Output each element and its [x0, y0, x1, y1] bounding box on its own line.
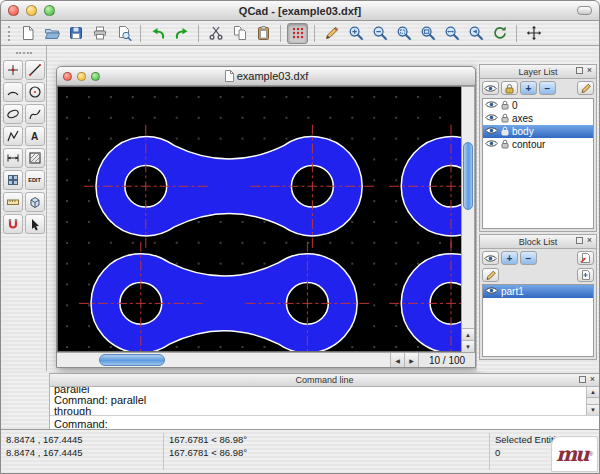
text-tool-button[interactable]: A — [25, 126, 45, 146]
scroll-up-button[interactable]: ▲ — [462, 328, 474, 340]
zoom-window-button[interactable] — [417, 23, 438, 44]
block-tool-button[interactable] — [25, 192, 45, 212]
arc-tool-button[interactable] — [3, 82, 23, 102]
zoom-auto-button[interactable] — [393, 23, 414, 44]
snap-tool-button[interactable] — [3, 214, 23, 234]
window-titlebar[interactable]: QCad - [example03.dxf] — [1, 1, 599, 21]
scroll-left-button[interactable]: ◀ — [391, 353, 405, 367]
toolbar-separator — [140, 25, 141, 42]
edit-block-button[interactable] — [482, 268, 499, 282]
edit-layer-button[interactable] — [577, 81, 594, 95]
create-block-button[interactable] — [577, 268, 594, 282]
drawing-window[interactable]: example03.dxf — [56, 66, 476, 368]
layer-row[interactable]: contour — [483, 138, 593, 151]
layer-eye-icon[interactable] — [485, 126, 498, 137]
toolbar-drag-handle[interactable] — [8, 26, 11, 41]
layer-row-selected[interactable]: body — [483, 125, 593, 138]
block-panel-close-button[interactable]: × — [585, 236, 594, 245]
block-cube-icon — [28, 195, 42, 209]
redo-button[interactable] — [171, 23, 192, 44]
circle-tool-button[interactable] — [25, 82, 45, 102]
hatch-tool-button[interactable] — [25, 148, 45, 168]
remove-layer-button[interactable]: − — [539, 81, 556, 95]
layer-lock-icon[interactable] — [501, 126, 509, 138]
command-scroll-down-button[interactable]: ▼ — [587, 404, 599, 415]
drawing-zoom-button[interactable] — [91, 72, 100, 81]
undo-icon — [150, 25, 166, 41]
horizontal-scrollbar-thumb[interactable] — [99, 354, 165, 366]
layer-row[interactable]: axes — [483, 112, 593, 125]
command-history-line: through — [54, 406, 599, 416]
layer-visibility-button[interactable] — [482, 81, 499, 95]
ellipse-tool-button[interactable] — [3, 104, 23, 124]
toolbar-separator — [280, 25, 281, 42]
zoom-previous-button[interactable] — [465, 23, 486, 44]
drawing-close-button[interactable] — [63, 72, 72, 81]
scroll-right-button[interactable]: ▶ — [405, 353, 419, 367]
toolbar-toggle-button[interactable] — [577, 6, 592, 15]
print-button[interactable] — [89, 23, 110, 44]
zoom-in-button[interactable] — [345, 23, 366, 44]
line-tool-button[interactable] — [25, 60, 45, 80]
command-panel-float-button[interactable] — [579, 376, 586, 383]
close-window-button[interactable] — [8, 5, 19, 16]
command-scroll-up-button[interactable]: ▲ — [587, 387, 599, 398]
edit-tool-button[interactable]: EDIT — [25, 170, 45, 190]
copy-button[interactable] — [229, 23, 250, 44]
block-visibility-button[interactable] — [482, 251, 499, 265]
print-preview-button[interactable] — [113, 23, 134, 44]
vertical-scrollbar[interactable]: ▲ ▼ — [461, 86, 475, 352]
layer-eye-icon[interactable] — [485, 113, 498, 124]
layer-eye-icon[interactable] — [485, 139, 498, 150]
layer-panel-float-button[interactable] — [576, 67, 583, 74]
paste-button[interactable] — [253, 23, 274, 44]
drawing-canvas[interactable] — [57, 86, 461, 352]
command-scrollbar[interactable]: ▲ ▼ — [586, 387, 599, 415]
remove-block-button[interactable]: − — [520, 251, 537, 265]
zoom-out-button[interactable] — [369, 23, 390, 44]
layer-eye-icon[interactable] — [485, 100, 498, 111]
layer-row[interactable]: 0 — [483, 99, 593, 112]
draft-mode-button[interactable] — [321, 23, 342, 44]
block-row-selected[interactable]: part1 — [483, 285, 593, 298]
minimize-window-button[interactable] — [26, 5, 37, 16]
layer-lock-icon[interactable] — [501, 113, 509, 125]
drawing-minimize-button[interactable] — [77, 72, 86, 81]
command-panel-close-button[interactable]: × — [588, 375, 597, 384]
point-tool-button[interactable] — [3, 60, 23, 80]
layer-lock-icon[interactable] — [501, 100, 509, 112]
zoom-window-button[interactable] — [44, 5, 55, 16]
vertical-scrollbar-thumb[interactable] — [463, 142, 473, 210]
block-list-header[interactable]: Block List × — [480, 235, 596, 249]
layer-panel-close-button[interactable]: × — [585, 66, 594, 75]
layer-list-header[interactable]: Layer List × — [480, 65, 596, 79]
command-history[interactable]: parallel Command: parallel through ▲ ▼ — [50, 387, 599, 416]
scroll-down-button[interactable]: ▼ — [462, 340, 474, 352]
save-file-button[interactable] — [65, 23, 86, 44]
cut-button[interactable] — [205, 23, 226, 44]
add-layer-button[interactable]: + — [520, 81, 537, 95]
select-tool-button[interactable] — [25, 214, 45, 234]
block-panel-float-button[interactable] — [576, 237, 583, 244]
undo-button[interactable] — [147, 23, 168, 44]
layer-lock-icon[interactable] — [501, 139, 509, 151]
redraw-button[interactable] — [489, 23, 510, 44]
new-file-button[interactable] — [17, 23, 38, 44]
move-view-button[interactable] — [523, 23, 544, 44]
dimension-tool-button[interactable] — [3, 148, 23, 168]
horizontal-scrollbar[interactable] — [57, 353, 391, 367]
drawing-window-titlebar[interactable]: example03.dxf — [57, 67, 475, 86]
block-eye-icon[interactable] — [485, 286, 498, 297]
insert-block-button[interactable] — [577, 251, 594, 265]
measure-tool-button[interactable] — [3, 192, 23, 212]
add-block-button[interactable]: + — [501, 251, 518, 265]
polyline-tool-button[interactable] — [3, 126, 23, 146]
zoom-pan-button[interactable] — [441, 23, 462, 44]
spline-tool-button[interactable] — [25, 104, 45, 124]
command-line-header[interactable]: Command line × — [50, 374, 599, 387]
layer-lock-button[interactable] — [501, 81, 518, 95]
palette-drag-handle[interactable] — [16, 52, 32, 55]
table-tool-button[interactable] — [3, 170, 23, 190]
open-file-button[interactable] — [41, 23, 62, 44]
grid-toggle-button[interactable] — [287, 23, 308, 44]
